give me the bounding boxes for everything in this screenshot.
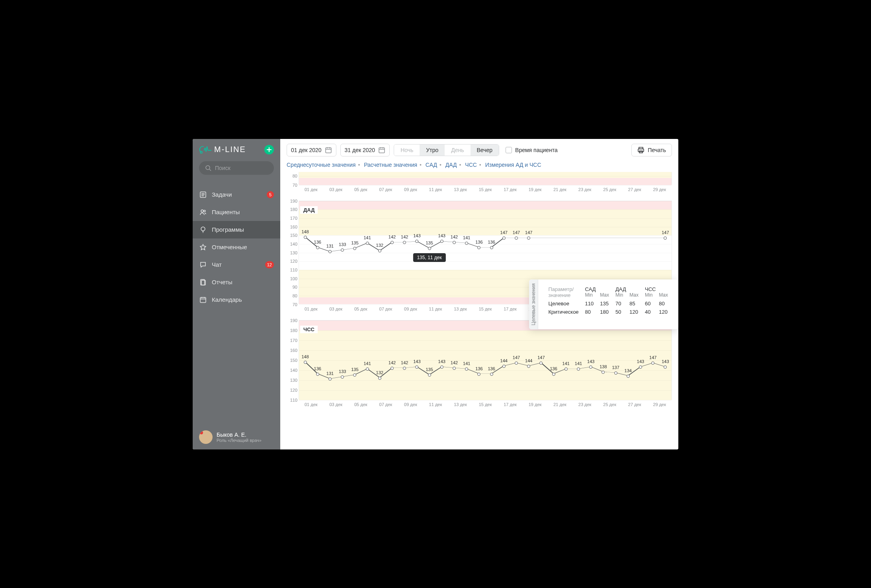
data-point[interactable]: [664, 365, 667, 369]
data-point[interactable]: [564, 367, 568, 371]
svg-point-4: [204, 210, 205, 212]
data-point[interactable]: [378, 249, 381, 252]
add-button[interactable]: [264, 145, 274, 154]
sidebar-item-tasks[interactable]: Задачи 5: [193, 186, 280, 203]
data-point-label: 147: [662, 230, 669, 235]
date-from-picker[interactable]: 01 дек 2020: [287, 144, 336, 156]
data-point[interactable]: [453, 367, 456, 370]
x-tick: 09 дек: [398, 307, 423, 311]
daypart-evening[interactable]: Вечер: [471, 145, 499, 156]
data-point[interactable]: [502, 365, 506, 368]
sidebar-item-label: Отмеченные: [212, 244, 247, 250]
data-point[interactable]: [453, 241, 456, 244]
breadcrumb[interactable]: ДАД: [445, 162, 457, 168]
patient-time-checkbox[interactable]: Время пациента: [506, 147, 558, 153]
data-point[interactable]: [440, 365, 443, 369]
data-point[interactable]: [316, 373, 319, 376]
daypart-day[interactable]: День: [445, 145, 470, 156]
data-point[interactable]: [477, 373, 480, 376]
search-placeholder: Поиск: [215, 165, 230, 171]
sidebar-item-reports[interactable]: Отчеты: [193, 273, 280, 291]
search-input[interactable]: Поиск: [199, 161, 274, 175]
data-point[interactable]: [428, 247, 431, 250]
sidebar-item-chat[interactable]: Чат 12: [193, 256, 280, 273]
breadcrumb[interactable]: Среднесуточные значения: [287, 162, 355, 168]
data-point-label: 136: [475, 366, 482, 371]
data-point-label: 138: [600, 364, 607, 369]
data-point-label: 135: [426, 367, 433, 372]
data-point-label: 132: [376, 243, 383, 248]
data-point[interactable]: [527, 365, 530, 368]
data-point[interactable]: [490, 373, 493, 376]
data-point[interactable]: [415, 240, 418, 243]
data-point[interactable]: [316, 246, 319, 249]
user-profile[interactable]: Быков А. Е. Роль «Лечащий врач»: [193, 425, 280, 449]
sidebar-nav: Задачи 5 Пациенты Программы Отмеченные Ч…: [193, 186, 280, 309]
data-point[interactable]: [527, 236, 530, 240]
x-tick: 19 дек: [523, 402, 548, 407]
data-point[interactable]: [353, 247, 356, 250]
x-tick: 13 дек: [448, 307, 473, 311]
daypart-night[interactable]: Ночь: [394, 145, 420, 156]
data-point-label: 142: [389, 360, 396, 365]
data-point-label: 148: [301, 229, 309, 234]
data-point-label: 141: [463, 235, 470, 240]
data-point[interactable]: [589, 365, 592, 369]
svg-point-1: [206, 166, 210, 170]
breadcrumb[interactable]: Измерения АД и ЧСС: [485, 162, 541, 168]
data-point[interactable]: [465, 242, 468, 245]
data-point[interactable]: [366, 367, 369, 371]
data-point[interactable]: [614, 371, 617, 375]
data-point[interactable]: [639, 365, 642, 369]
data-point[interactable]: [465, 367, 468, 371]
data-point[interactable]: [601, 371, 605, 374]
data-point-label: 141: [363, 235, 371, 240]
data-point[interactable]: [304, 361, 307, 364]
sidebar-item-calendar[interactable]: Календарь: [193, 291, 280, 309]
data-point[interactable]: [378, 377, 381, 380]
x-tick: 03 дек: [324, 307, 349, 311]
data-point-label: 143: [587, 359, 594, 364]
data-point[interactable]: [341, 248, 344, 252]
data-point[interactable]: [502, 236, 506, 240]
data-point[interactable]: [552, 373, 555, 376]
data-point[interactable]: [428, 373, 431, 377]
data-point[interactable]: [477, 246, 480, 249]
data-point[interactable]: [403, 241, 406, 244]
data-point[interactable]: [366, 242, 369, 245]
data-point[interactable]: [440, 240, 443, 243]
sidebar-item-programs[interactable]: Программы: [193, 221, 280, 238]
sidebar-item-label: Календарь: [212, 296, 242, 303]
data-point[interactable]: [341, 375, 344, 379]
breadcrumb[interactable]: ЧСС: [465, 162, 477, 168]
daypart-morning[interactable]: Утро: [420, 145, 445, 156]
print-button[interactable]: Печать: [631, 144, 672, 156]
data-point[interactable]: [664, 236, 667, 240]
data-point[interactable]: [353, 373, 356, 377]
data-point-label: 141: [575, 361, 582, 366]
targets-param-header: Параметр/ значение: [545, 285, 582, 299]
data-point-label: 136: [475, 240, 482, 244]
data-point[interactable]: [490, 246, 493, 249]
breadcrumb[interactable]: САД: [426, 162, 437, 168]
data-point[interactable]: [415, 365, 418, 369]
data-point[interactable]: [627, 375, 630, 378]
data-point[interactable]: [403, 367, 406, 370]
data-point[interactable]: [391, 367, 394, 370]
data-point-label: 135: [351, 367, 358, 372]
chart-scroll-area[interactable]: 70809010011001 дек03 дек05 дек07 дек09 д…: [280, 172, 678, 449]
data-point[interactable]: [328, 377, 332, 381]
date-to-picker[interactable]: 31 дек 2020: [340, 144, 390, 156]
data-point[interactable]: [328, 250, 332, 253]
data-point[interactable]: [515, 361, 518, 365]
data-point[interactable]: [577, 367, 580, 371]
data-point[interactable]: [651, 361, 654, 365]
sidebar-item-starred[interactable]: Отмеченные: [193, 238, 280, 256]
data-point[interactable]: [391, 241, 394, 244]
breadcrumb[interactable]: Расчетные значения: [364, 162, 417, 168]
data-point[interactable]: [539, 361, 543, 365]
data-point[interactable]: [515, 236, 518, 240]
data-point[interactable]: [304, 236, 307, 239]
targets-tab[interactable]: Целевые значения: [529, 279, 538, 329]
sidebar-item-patients[interactable]: Пациенты: [193, 203, 280, 221]
